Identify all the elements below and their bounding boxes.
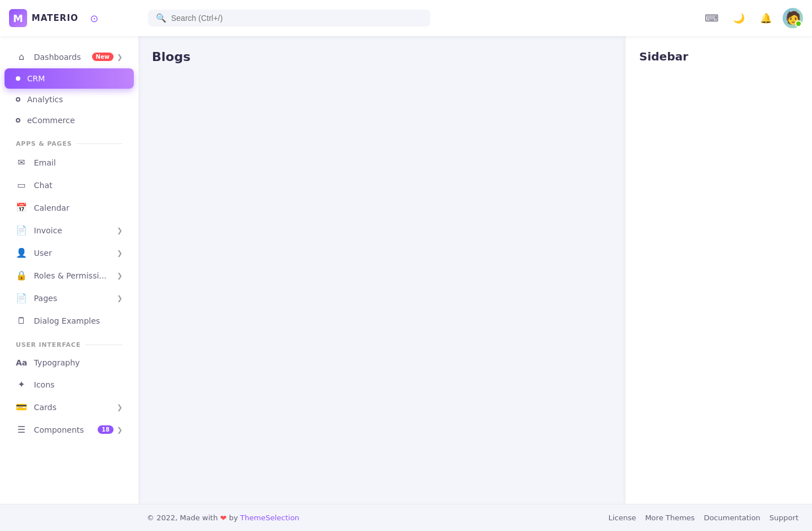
header-right: ⌨ 🌙 🔔 🧑	[701, 8, 803, 28]
brand-link[interactable]: ThemeSelection	[240, 513, 299, 522]
sidebar-item-email[interactable]: ✉ Email	[5, 151, 134, 173]
components-icon: ☰	[16, 424, 27, 435]
sidebar-item-calendar[interactable]: 📅 Calendar	[5, 197, 134, 219]
chevron-down-icon: ❯	[117, 53, 123, 61]
footer-left: © 2022, Made with ❤ by ThemeSelection	[147, 513, 299, 523]
dot-icon	[16, 118, 20, 123]
typography-icon: Aa	[16, 358, 27, 367]
home-icon: ⌂	[16, 51, 27, 62]
cards-icon: 💳	[16, 402, 27, 412]
search-bar[interactable]: 🔍	[148, 10, 430, 27]
right-panel-title: Sidebar	[639, 50, 798, 63]
sidebar-item-pages[interactable]: 📄 Pages ❯	[5, 287, 134, 309]
icons-nav-icon: ✦	[16, 379, 27, 390]
pages-label: Pages	[34, 294, 57, 303]
invoice-label: Invoice	[34, 226, 62, 235]
chevron-right-icon: ❯	[117, 272, 123, 280]
lock-icon: 🔒	[16, 270, 27, 281]
chevron-right-icon: ❯	[117, 403, 123, 411]
footer: © 2022, Made with ❤ by ThemeSelection Li…	[0, 504, 812, 531]
logo-text: MATERIO	[32, 13, 78, 23]
sidebar-item-chat[interactable]: ▭ Chat	[5, 174, 134, 196]
header: M MATERIO ⊙ 🔍 ⌨ 🌙 🔔 🧑	[0, 0, 812, 36]
chat-icon: ▭	[16, 180, 27, 190]
heart-icon: ❤	[220, 513, 227, 523]
translate-icon: ⌨	[705, 12, 719, 24]
user-icon: 👤	[16, 247, 27, 258]
sidebar-item-ecommerce[interactable]: eCommerce	[5, 110, 134, 130]
dot-icon	[16, 76, 20, 81]
chat-label: Chat	[34, 181, 123, 190]
sidebar-item-dialog[interactable]: 🗒 Dialog Examples	[5, 310, 134, 332]
email-label: Email	[34, 158, 123, 167]
sidebar-item-components[interactable]: ☰ Components 18 ❯	[5, 419, 134, 441]
crm-label: CRM	[27, 74, 123, 83]
footer-right: License More Themes Documentation Suppor…	[608, 513, 798, 522]
sidebar-item-typography[interactable]: Aa Typography	[5, 352, 134, 373]
by-text: by	[229, 513, 238, 522]
sidebar-item-user[interactable]: 👤 User ❯	[5, 242, 134, 264]
page-title: Blogs	[152, 50, 612, 64]
license-link[interactable]: License	[608, 513, 636, 522]
dot-icon	[16, 97, 20, 102]
support-link[interactable]: Support	[770, 513, 798, 522]
calendar-icon: 📅	[16, 202, 27, 213]
more-themes-link[interactable]: More Themes	[645, 513, 695, 522]
right-panel: Sidebar	[626, 36, 812, 504]
components-label: Components	[34, 425, 84, 434]
components-badge: 18	[98, 425, 113, 434]
avatar-image: 🧑	[785, 12, 801, 24]
chevron-right-icon: ❯	[117, 426, 123, 434]
dialog-label: Dialog Examples	[34, 316, 123, 325]
invoice-icon: 📄	[16, 225, 27, 236]
icons-label: Icons	[34, 380, 123, 389]
ecommerce-label: eCommerce	[27, 116, 123, 125]
recording-icon[interactable]: ⊙	[85, 9, 103, 27]
sidebar-item-analytics[interactable]: Analytics	[5, 89, 134, 110]
bell-icon: 🔔	[760, 12, 772, 24]
search-icon: 🔍	[156, 13, 167, 23]
sidebar-item-roles[interactable]: 🔒 Roles & Permissi... ❯	[5, 264, 134, 286]
logo-area: M MATERIO ⊙	[9, 9, 139, 27]
translate-button[interactable]: ⌨	[701, 8, 722, 28]
content-area: Blogs	[138, 36, 626, 504]
sidebar-item-cards[interactable]: 💳 Cards ❯	[5, 396, 134, 418]
user-label: User	[34, 249, 52, 258]
dashboards-label: Dashboards	[34, 53, 81, 62]
section-apps-pages: APPS & PAGES	[0, 131, 138, 151]
cards-label: Cards	[34, 403, 56, 412]
logo-icon: M	[9, 9, 27, 27]
notifications-button[interactable]: 🔔	[756, 8, 776, 28]
roles-label: Roles & Permissi...	[34, 271, 107, 280]
chevron-right-icon: ❯	[117, 294, 123, 302]
typography-label: Typography	[34, 358, 123, 367]
sidebar-item-invoice[interactable]: 📄 Invoice ❯	[5, 219, 134, 241]
sidebar-item-crm[interactable]: CRM	[5, 68, 134, 89]
analytics-label: Analytics	[27, 95, 123, 104]
new-badge: New	[92, 53, 113, 61]
copyright-text: © 2022, Made with	[147, 513, 218, 522]
documentation-link[interactable]: Documentation	[704, 513, 760, 522]
sidebar: ⌂ Dashboards New ❯ CRM Analytics eCommer…	[0, 36, 138, 504]
chevron-right-icon: ❯	[117, 249, 123, 257]
search-input[interactable]	[171, 14, 422, 23]
chevron-right-icon: ❯	[117, 227, 123, 234]
sidebar-item-icons[interactable]: ✦ Icons	[5, 373, 134, 395]
sidebar-item-dashboards[interactable]: ⌂ Dashboards New ❯	[5, 46, 134, 68]
moon-icon: 🌙	[733, 12, 745, 24]
dark-mode-button[interactable]: 🌙	[728, 8, 749, 28]
calendar-label: Calendar	[34, 203, 123, 212]
pages-icon: 📄	[16, 293, 27, 303]
main-layout: ⌂ Dashboards New ❯ CRM Analytics eCommer…	[0, 36, 812, 504]
email-icon: ✉	[16, 157, 27, 168]
section-user-interface: USER INTERFACE	[0, 332, 138, 352]
dialog-icon: 🗒	[16, 315, 27, 326]
avatar[interactable]: 🧑	[783, 8, 803, 28]
